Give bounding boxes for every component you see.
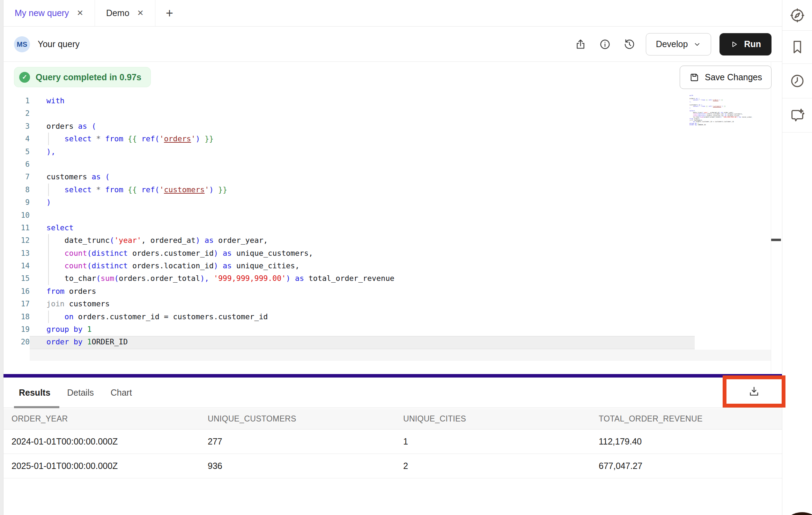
history-panel-button[interactable] bbox=[782, 64, 812, 98]
table-row: 2025-01-01T00:00:00.000Z9362677,047.27 bbox=[3, 454, 782, 478]
status-badge: ✓ Query completed in 0.97s bbox=[14, 67, 151, 87]
code-line[interactable]: group by 1 bbox=[46, 323, 394, 336]
develop-button[interactable]: Develop bbox=[646, 33, 711, 55]
code-line[interactable]: select bbox=[46, 222, 394, 234]
code-line[interactable]: on orders.customer_id = customers.custom… bbox=[46, 311, 394, 323]
code-line[interactable]: from orders bbox=[46, 285, 394, 298]
code-line[interactable]: select * from {{ ref('orders') }} bbox=[46, 133, 394, 145]
table-cell: 1 bbox=[395, 429, 591, 454]
ai-assistant-button[interactable] bbox=[782, 98, 812, 133]
code-line[interactable]: ), bbox=[46, 145, 394, 158]
line-number: 9 bbox=[7, 196, 30, 209]
query-header: MS Your query Develop bbox=[3, 27, 782, 62]
left-gutter-strip bbox=[0, 0, 3, 515]
minimap[interactable]: with orders as ( select * from {{ ref('o… bbox=[689, 95, 752, 126]
code-line[interactable]: order by 1ORDER_ID bbox=[46, 336, 394, 348]
code-line[interactable]: ) bbox=[46, 196, 394, 209]
code-line[interactable] bbox=[46, 107, 394, 120]
table-cell: 112,179.40 bbox=[591, 429, 782, 454]
line-number: 3 bbox=[7, 120, 30, 133]
code-line[interactable]: orders as ( bbox=[46, 120, 394, 133]
code-line[interactable]: with bbox=[46, 95, 394, 107]
code-line[interactable] bbox=[46, 158, 394, 171]
ai-chat-icon bbox=[789, 107, 805, 124]
line-number: 8 bbox=[7, 184, 30, 196]
table-cell: 2025-01-01T00:00:00.000Z bbox=[3, 454, 200, 478]
code-line[interactable]: select * from {{ ref('customers') }} bbox=[46, 184, 394, 196]
table-header-row: ORDER_YEARUNIQUE_CUSTOMERSUNIQUE_CITIEST… bbox=[3, 409, 782, 429]
tab-my-new-query[interactable]: My new query ✕ bbox=[3, 0, 95, 26]
line-number: 1 bbox=[7, 95, 30, 107]
share-button[interactable] bbox=[573, 36, 589, 52]
save-button-label: Save Changes bbox=[705, 72, 762, 82]
app-window: My new query ✕ Demo ✕ + MS Your query bbox=[0, 0, 812, 515]
results-table: ORDER_YEARUNIQUE_CUSTOMERSUNIQUE_CITIEST… bbox=[3, 409, 782, 478]
editor-hscrollbar[interactable] bbox=[30, 350, 771, 361]
scrollbar-track bbox=[771, 62, 771, 374]
run-button[interactable]: Run bbox=[719, 33, 772, 55]
table-cell: 936 bbox=[200, 454, 395, 478]
avatar[interactable]: MS bbox=[14, 36, 30, 52]
code-line[interactable] bbox=[46, 209, 394, 222]
code-content[interactable]: with orders as ( select * from {{ ref('o… bbox=[46, 95, 394, 349]
line-number: 4 bbox=[7, 133, 30, 145]
line-number: 10 bbox=[7, 209, 30, 222]
share-icon bbox=[575, 38, 586, 50]
code-line[interactable]: count(distinct orders.customer_id) as un… bbox=[46, 247, 394, 260]
line-number: 7 bbox=[7, 171, 30, 183]
download-button[interactable] bbox=[748, 385, 760, 398]
code-line[interactable]: join customers bbox=[46, 298, 394, 310]
develop-button-label: Develop bbox=[656, 39, 688, 49]
play-icon bbox=[730, 40, 738, 48]
table-cell: 2 bbox=[395, 454, 591, 478]
tab-demo[interactable]: Demo ✕ bbox=[95, 0, 155, 26]
right-sidebar bbox=[782, 0, 812, 515]
code-line[interactable]: customers as ( bbox=[46, 171, 394, 183]
line-number: 12 bbox=[7, 234, 30, 247]
history-icon bbox=[623, 38, 635, 50]
status-text: Query completed in 0.97s bbox=[36, 72, 141, 82]
info-button[interactable] bbox=[597, 36, 613, 52]
code-line[interactable]: count(distinct orders.location_id) as un… bbox=[46, 260, 394, 272]
table-cell: 277 bbox=[200, 429, 395, 454]
bookmarks-button[interactable] bbox=[782, 31, 812, 64]
table-cell: 677,047.27 bbox=[591, 454, 782, 478]
code-editor[interactable]: 1234567891011121314151617181920 with ord… bbox=[3, 62, 782, 374]
info-icon bbox=[599, 38, 611, 50]
line-number: 14 bbox=[7, 260, 30, 272]
annotation-highlight bbox=[723, 375, 785, 408]
line-number: 17 bbox=[7, 298, 30, 310]
tab-label: My new query bbox=[15, 8, 69, 18]
line-number: 20 bbox=[7, 336, 30, 348]
tab-chart[interactable]: Chart bbox=[111, 388, 132, 398]
line-number: 19 bbox=[7, 323, 30, 336]
table-cell: 2024-01-01T00:00:00.000Z bbox=[3, 429, 200, 454]
new-tab-button[interactable]: + bbox=[155, 0, 184, 26]
clock-icon bbox=[789, 73, 805, 89]
save-changes-button[interactable]: Save Changes bbox=[680, 66, 772, 89]
scrollbar-handle[interactable] bbox=[771, 239, 781, 241]
line-number: 16 bbox=[7, 285, 30, 298]
column-header: UNIQUE_CITIES bbox=[395, 409, 591, 429]
tab-results[interactable]: Results bbox=[19, 388, 50, 398]
compass-icon bbox=[789, 7, 805, 23]
results-panel: Results Details Chart ORDER_YEARUNIQUE_C… bbox=[3, 378, 782, 515]
column-header: ORDER_YEAR bbox=[3, 409, 200, 429]
close-icon[interactable]: ✕ bbox=[77, 9, 83, 17]
line-number: 11 bbox=[7, 222, 30, 234]
column-header: TOTAL_ORDER_REVENUE bbox=[591, 409, 782, 429]
history-button[interactable] bbox=[621, 36, 637, 52]
tab-details[interactable]: Details bbox=[67, 388, 94, 398]
line-number: 18 bbox=[7, 311, 30, 323]
header-actions: Develop Run bbox=[573, 27, 772, 62]
close-icon[interactable]: ✕ bbox=[137, 9, 144, 17]
code-line[interactable]: order by 1ORDER_ID bbox=[689, 124, 752, 126]
panel-resize-divider[interactable] bbox=[3, 374, 782, 378]
column-header: UNIQUE_CUSTOMERS bbox=[200, 409, 395, 429]
code-line[interactable]: date_trunc('year', ordered_at) as order_… bbox=[46, 234, 394, 247]
line-numbers: 1234567891011121314151617181920 bbox=[7, 95, 30, 349]
explore-button[interactable] bbox=[782, 0, 812, 31]
code-line[interactable]: to_char(sum(orders.order_total), '999,99… bbox=[46, 272, 394, 285]
line-number: 6 bbox=[7, 158, 30, 171]
line-number: 13 bbox=[7, 247, 30, 260]
